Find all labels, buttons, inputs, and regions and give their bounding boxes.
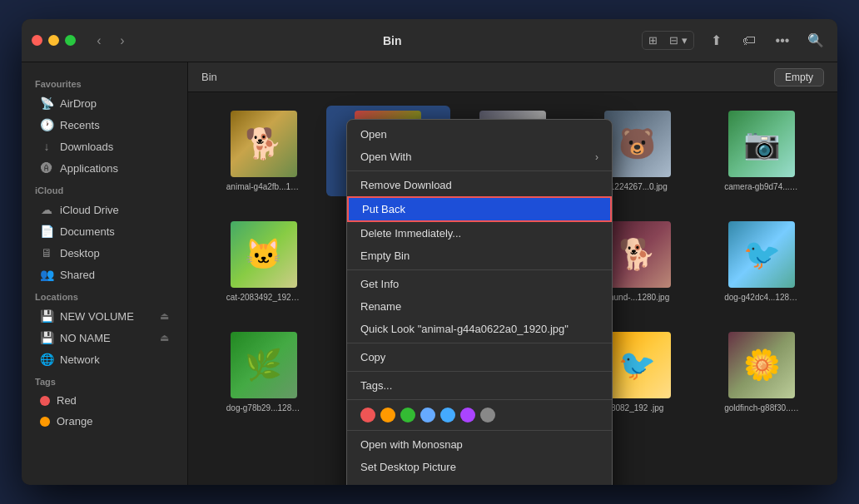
sidebar-item-red-tag[interactable]: Red (27, 390, 182, 411)
nav-buttons: ‹ › (89, 31, 132, 51)
minimize-button[interactable] (48, 35, 59, 46)
sidebar-item-airdrop[interactable]: 📡 AirDrop (27, 92, 182, 114)
search-icon[interactable]: 🔍 (804, 29, 827, 52)
sidebar-item-documents[interactable]: 📄 Documents (27, 220, 182, 242)
ctx-item-label: Upload with Monosnap (360, 483, 598, 485)
sidebar-item-desktop[interactable]: 🖥 Desktop (27, 242, 182, 264)
context-menu-item-quick_look[interactable]: Quick Look "animal-g44a0622a0_1920.jpg" (347, 318, 612, 340)
context-menu-separator (347, 170, 612, 171)
share-icon[interactable]: ⬆ (704, 29, 727, 52)
back-button[interactable]: ‹ (89, 31, 109, 51)
eject-new-volume-icon[interactable]: ⏏ (160, 310, 169, 322)
context-menu-item-copy[interactable]: Copy (347, 346, 612, 368)
context-menu-item-empty_bin[interactable]: Empty Bin (347, 245, 612, 267)
tag-color-dot[interactable] (360, 408, 375, 422)
context-menu-item-open_monosnap[interactable]: Open with Monosnap (347, 433, 612, 456)
ctx-item-label: Delete Immediately... (360, 227, 598, 240)
context-menu-item-set_desktop[interactable]: Set Desktop Picture (347, 456, 612, 478)
thumb-icon: 🐱 (245, 240, 282, 269)
shared-icon: 👥 (40, 268, 53, 281)
forward-button[interactable]: › (112, 31, 132, 51)
ctx-item-label: Quick Look "animal-g44a0622a0_1920.jpg" (360, 323, 598, 335)
thumb-icon: 📷 (743, 129, 781, 159)
tag-color-dot[interactable] (460, 408, 475, 422)
submenu-arrow-icon: › (595, 151, 598, 163)
thumbnail: 🐦 (604, 332, 671, 398)
tag-color-dot[interactable] (480, 408, 495, 422)
sidebar-item-new-volume[interactable]: 💾 NEW VOLUME ⏏ (27, 305, 182, 327)
file-label: dog-g78b29...1280.jpg (226, 403, 301, 413)
empty-button[interactable]: Empty (774, 68, 824, 86)
file-label: -1224267...0.jpg (607, 182, 667, 191)
context-menu-separator (347, 399, 612, 400)
file-label: cat-2083492_192 0.jpg (226, 293, 301, 302)
toolbar-right: ⊞ ⊟ ▾ ⬆ 🏷 ••• 🔍 (642, 29, 827, 52)
sidebar-item-orange-tag[interactable]: Orange (27, 411, 182, 432)
sidebar-shared-label: Shared (60, 269, 95, 281)
more-icon[interactable]: ••• (771, 29, 794, 52)
icloud-header: iCloud (22, 179, 187, 199)
context-menu-item-put_back[interactable]: Put Back (347, 196, 612, 222)
sidebar-item-shared[interactable]: 👥 Shared (27, 264, 182, 285)
tag-color-dot[interactable] (400, 408, 415, 422)
sidebar-item-network[interactable]: 🌐 Network (27, 348, 182, 370)
context-menu-item-remove_download[interactable]: Remove Download (347, 174, 612, 196)
context-menu-separator (347, 371, 612, 372)
context-menu-item-get_info[interactable]: Get Info (347, 273, 612, 295)
sidebar-new-volume-label: NEW VOLUME (60, 310, 134, 323)
sidebar-downloads-label: Downloads (60, 141, 113, 153)
list-view-button[interactable]: ⊟ ▾ (663, 32, 693, 49)
context-menu-item-rename[interactable]: Rename (347, 295, 612, 318)
window-title: Bin (142, 34, 642, 47)
thumb-icon: 🐻 (618, 129, 656, 159)
ctx-item-label: Get Info (360, 278, 598, 290)
thumbnail: 🐕 (604, 221, 671, 288)
grid-item[interactable]: 🌿dog-g78b29...1280.jpg (201, 327, 326, 418)
grid-item[interactable]: 🐦dog-g42dc4...1280.jpg (699, 216, 824, 307)
sidebar-applications-label: Applications (60, 162, 118, 175)
ctx-item-label: Copy (360, 351, 598, 363)
sidebar: Favourites 📡 AirDrop 🕐 Recents ↓ Downloa… (22, 62, 188, 485)
grid-item[interactable]: 🐕animal-g4a2fb...1920.jpg (201, 106, 326, 196)
sidebar-documents-label: Documents (60, 225, 115, 238)
context-menu-item-upload_monosnap[interactable]: Upload with Monosnap (347, 478, 612, 485)
thumbnail: 🐕 (231, 111, 297, 177)
zoom-button[interactable] (65, 35, 76, 46)
thumbnail: 🌿 (231, 332, 297, 398)
context-menu-item-open[interactable]: Open (347, 123, 612, 146)
grid-view-button[interactable]: ⊞ (643, 32, 663, 49)
recents-icon: 🕐 (40, 118, 53, 131)
sidebar-item-icloud-drive[interactable]: ☁ iCloud Drive (27, 199, 182, 220)
grid-item[interactable]: 📷camera-gb9d74...1280.jpg (699, 106, 824, 196)
desktop-icon: 🖥 (40, 246, 53, 259)
file-label: camera-gb9d74...1280.jpg (724, 182, 799, 191)
thumbnail: 🌼 (728, 332, 795, 398)
file-label: goldfinch-g88f30...1920.jpg (724, 403, 799, 413)
close-button[interactable] (32, 35, 42, 46)
tags-row (347, 403, 612, 427)
sidebar-item-no-name[interactable]: 💾 NO NAME ⏏ (27, 327, 182, 348)
sidebar-red-tag-label: Red (57, 394, 77, 407)
tag-color-dot[interactable] (440, 408, 455, 422)
grid-item[interactable]: 🌼goldfinch-g88f30...1920.jpg (699, 327, 824, 418)
sidebar-orange-tag-label: Orange (57, 415, 92, 427)
sidebar-item-recents[interactable]: 🕐 Recents (27, 114, 182, 136)
context-menu-item-delete_immediately[interactable]: Delete Immediately... (347, 222, 612, 245)
context-menu-item-tags[interactable]: Tags... (347, 374, 612, 397)
thumbnail: 🐻 (604, 111, 671, 177)
new-volume-icon: 💾 (40, 309, 53, 323)
sidebar-item-applications[interactable]: 🅐 Applications (27, 157, 182, 179)
sidebar-item-downloads[interactable]: ↓ Downloads (27, 136, 182, 157)
sidebar-desktop-label: Desktop (60, 247, 100, 259)
tag-color-dot[interactable] (380, 408, 395, 422)
thumbnail: 📷 (728, 111, 795, 177)
file-label: animal-g4a2fb...1920.jpg (226, 182, 301, 191)
orange-tag-dot (40, 417, 50, 427)
grid-item[interactable]: 🐱cat-2083492_192 0.jpg (201, 216, 326, 307)
ctx-item-label: Empty Bin (360, 250, 598, 262)
context-menu-item-open_with[interactable]: Open With› (347, 146, 612, 168)
tag-icon[interactable]: 🏷 (737, 29, 761, 52)
sidebar-recents-label: Recents (60, 119, 100, 131)
tag-color-dot[interactable] (420, 408, 435, 422)
eject-no-name-icon[interactable]: ⏏ (160, 332, 169, 343)
